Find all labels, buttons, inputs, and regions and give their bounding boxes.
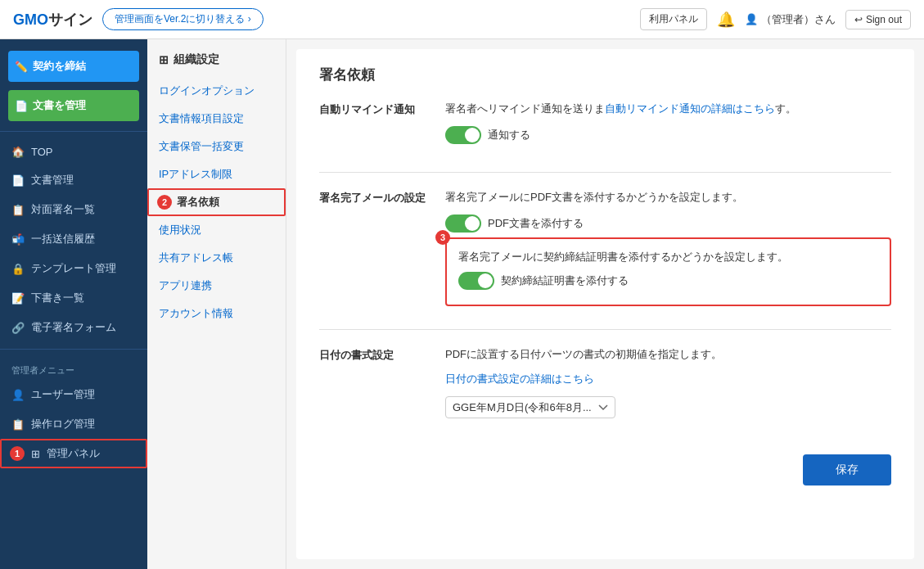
sidebar-item-template[interactable]: 🔒 テンプレート管理 — [0, 254, 147, 283]
sidebar: ✏️ 契約を締結 📄 文書を管理 🏠 TOP 📄 文書管理 📋 対面署名一覧 📬… — [0, 39, 147, 569]
panel-title: 署名依頼 — [319, 65, 891, 84]
completion-email-label: 署名完了メールの設定 — [319, 189, 426, 205]
header: GMOサイン 管理画面をVer.2に切り替える › 利用パネル 🔔 👤 （管理者… — [0, 0, 924, 39]
save-button[interactable]: 保存 — [803, 454, 891, 485]
date-format-link[interactable]: 日付の書式設定の詳細はこちら — [445, 373, 594, 385]
sign-list-icon: 📋 — [11, 204, 25, 216]
operation-log-label: 操作ログ管理 — [31, 417, 95, 431]
manage-label: 文書を管理 — [33, 98, 86, 113]
certificate-attach-toggle[interactable] — [458, 272, 494, 290]
bell-icon[interactable]: 🔔 — [717, 11, 735, 29]
layout: ✏️ 契約を締結 📄 文書を管理 🏠 TOP 📄 文書管理 📋 対面署名一覧 📬… — [0, 39, 924, 569]
manage-icon: 📄 — [15, 100, 28, 112]
certificate-attach-toggle-label: 契約締結証明書を添付する — [501, 273, 629, 288]
user-icon: 👤 — [745, 13, 758, 25]
signout-button[interactable]: ↩ Sign out — [845, 10, 911, 29]
operation-log-icon: 📋 — [11, 418, 25, 431]
documents-label: 文書管理 — [31, 173, 74, 187]
admin-label: （管理者）さん — [761, 12, 836, 27]
auto-remind-desc: 署名者へリマインド通知を送りま自動リマインド通知の詳細はこちらす。 — [445, 101, 891, 118]
auto-remind-desc1: 署名者へリマインド通知を送りま — [445, 102, 605, 115]
date-format-select[interactable]: GGE年M月D日(令和6年8月... — [445, 396, 615, 418]
completion-email-desc: 署名完了メールにPDF文書を添付するかどうかを設定します。 — [445, 189, 891, 206]
sidebar-item-admin-panel[interactable]: 1 ⊞ 管理パネル — [0, 439, 147, 468]
auto-remind-label: 自動リマインド通知 — [319, 101, 426, 117]
pdf-attach-toggle[interactable] — [445, 215, 481, 233]
step3-badge: 3 — [435, 230, 450, 245]
certificate-attach-toggle-row: 契約締結証明書を添付する — [458, 272, 878, 290]
sidebar-item-esign-form[interactable]: 🔗 電子署名フォーム — [0, 313, 147, 342]
auto-remind-content: 署名者へリマインド通知を送りま自動リマインド通知の詳細はこちらす。 通知する — [445, 101, 891, 149]
sidebar-item-operation-log[interactable]: 📋 操作ログ管理 — [0, 409, 147, 439]
auto-remind-row: 自動リマインド通知 署名者へリマインド通知を送りま自動リマインド通知の詳細はこち… — [319, 101, 891, 149]
sidebar-item-user-management[interactable]: 👤 ユーザー管理 — [0, 380, 147, 409]
admin-panel-icon: ⊞ — [31, 448, 40, 460]
admin-user: 👤 （管理者）さん — [745, 12, 836, 27]
auto-remind-toggle[interactable] — [445, 126, 481, 144]
sidebar-divider — [0, 131, 147, 132]
draft-label: 下書き一覧 — [31, 291, 84, 305]
version-switch-button[interactable]: 管理画面をVer.2に切り替える › — [102, 8, 264, 30]
top-icon: 🏠 — [11, 146, 25, 158]
header-right: 利用パネル 🔔 👤 （管理者）さん ↩ Sign out — [640, 8, 911, 30]
top-label: TOP — [31, 146, 53, 158]
secondary-nav: ⊞ 組織設定 ログインオプション 文書情報項目設定 文書保管一括変更 IPアドレ… — [147, 39, 286, 569]
nav-sign-request-label: 署名依頼 — [177, 195, 219, 210]
pdf-attach-toggle-label: PDF文書を添付する — [488, 216, 584, 231]
documents-icon: 📄 — [11, 174, 25, 187]
admin-panel-label: 管理パネル — [47, 446, 100, 461]
nav-doc-info[interactable]: 文書情報項目設定 — [147, 105, 286, 133]
admin-section-label: 管理者メニュー — [0, 356, 147, 380]
date-format-content: PDFに設置する日付パーツの書式の初期値を指定します。 日付の書式設定の詳細はこ… — [445, 346, 891, 418]
certificate-attach-box: 3 署名完了メールに契約締結証明書を添付するかどうかを設定します。 契約締結証明… — [445, 237, 891, 307]
org-settings-label: 組織設定 — [174, 52, 219, 67]
nav-doc-storage[interactable]: 文書保管一括変更 — [147, 133, 286, 160]
sidebar-item-sign-list[interactable]: 📋 対面署名一覧 — [0, 195, 147, 224]
divider-2 — [319, 329, 891, 330]
org-settings-icon: ⊞ — [159, 53, 169, 66]
esign-form-icon: 🔗 — [11, 322, 25, 334]
user-management-label: ユーザー管理 — [31, 387, 95, 402]
step2-badge: 2 — [157, 195, 172, 210]
certificate-attach-desc: 署名完了メールに契約締結証明書を添付するかどうかを設定します。 — [458, 249, 878, 266]
step1-badge: 1 — [10, 446, 25, 461]
auto-remind-link[interactable]: 自動リマインド通知の詳細はこちら — [605, 102, 775, 115]
pdf-attach-toggle-row: PDF文書を添付する — [445, 215, 891, 233]
logo: GMOサイン — [13, 10, 92, 29]
nav-sign-request[interactable]: 2 署名依頼 — [147, 188, 286, 216]
esign-form-label: 電子署名フォーム — [31, 320, 116, 335]
date-format-desc: PDFに設置する日付パーツの書式の初期値を指定します。 — [445, 346, 891, 364]
nav-login-options[interactable]: ログインオプション — [147, 77, 286, 105]
template-label: テンプレート管理 — [31, 261, 116, 276]
nav-app-integration[interactable]: アプリ連携 — [147, 272, 286, 300]
completion-email-row: 署名完了メールの設定 署名完了メールにPDF文書を添付するかどうかを設定します。… — [319, 189, 891, 307]
contract-label: 契約を締結 — [33, 59, 86, 74]
sidebar-item-top[interactable]: 🏠 TOP — [0, 138, 147, 165]
auto-remind-desc3: す。 — [775, 102, 796, 115]
nav-usage[interactable]: 使用状況 — [147, 216, 286, 244]
sidebar-item-bulk-history[interactable]: 📬 一括送信履歴 — [0, 224, 147, 254]
logo-gmo: GMO — [13, 11, 48, 28]
completion-email-content: 署名完了メールにPDF文書を添付するかどうかを設定します。 PDF文書を添付する… — [445, 189, 891, 307]
signout-label: Sign out — [866, 14, 902, 25]
date-format-row: 日付の書式設定 PDFに設置する日付パーツの書式の初期値を指定します。 日付の書… — [319, 346, 891, 418]
date-format-label: 日付の書式設定 — [319, 346, 426, 363]
nav-shared-address[interactable]: 共有アドレス帳 — [147, 244, 286, 272]
sidebar-item-documents[interactable]: 📄 文書管理 — [0, 165, 147, 195]
manage-button[interactable]: 📄 文書を管理 — [8, 90, 139, 121]
user-management-icon: 👤 — [11, 389, 25, 401]
contract-button[interactable]: ✏️ 契約を締結 — [8, 51, 139, 82]
signout-icon: ↩ — [854, 14, 863, 25]
secondary-nav-header: ⊞ 組織設定 — [147, 52, 286, 77]
nav-account-info[interactable]: アカウント情報 — [147, 300, 286, 327]
auto-remind-toggle-label: 通知する — [488, 128, 530, 142]
content-area: ⊞ 組織設定 ログインオプション 文書情報項目設定 文書保管一括変更 IPアドレ… — [147, 39, 924, 569]
contract-icon: ✏️ — [15, 61, 28, 73]
nav-ip-restriction[interactable]: IPアドレス制限 — [147, 160, 286, 188]
bulk-history-label: 一括送信履歴 — [31, 232, 95, 246]
sign-list-label: 対面署名一覧 — [31, 202, 95, 217]
save-row: 保存 — [319, 441, 891, 485]
main-panel: 署名依頼 自動リマインド通知 署名者へリマインド通知を送りま自動リマインド通知の… — [296, 49, 914, 559]
sidebar-item-draft[interactable]: 📝 下書き一覧 — [0, 283, 147, 313]
riyo-panel-button[interactable]: 利用パネル — [640, 8, 707, 30]
